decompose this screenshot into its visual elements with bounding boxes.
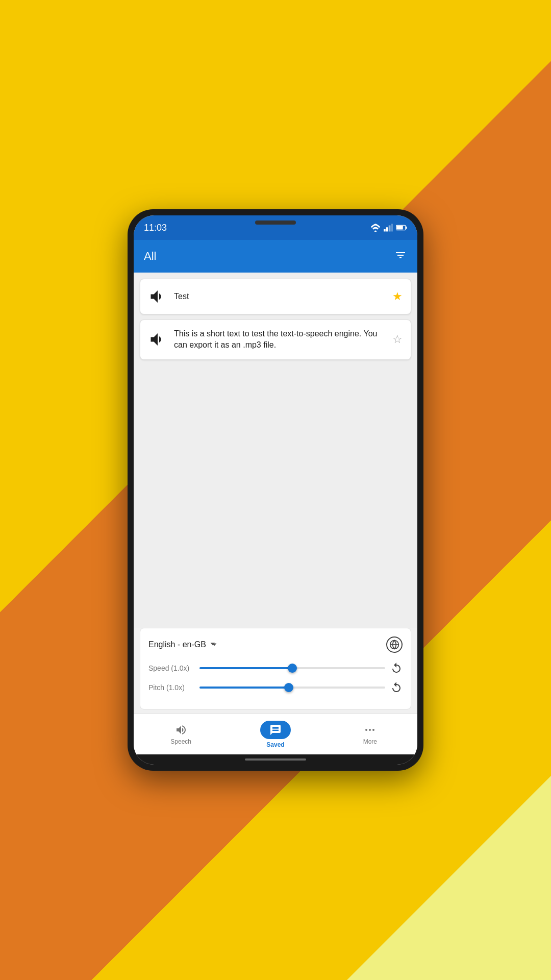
pitch-track [199,687,385,689]
speed-reset-icon[interactable] [390,662,403,674]
nav-item-more[interactable]: More [323,714,417,754]
phone-frame: 11:03 [128,209,423,771]
nav-item-saved[interactable]: Saved [228,714,322,754]
speaker-icon [148,330,167,349]
filter-button[interactable] [394,249,407,263]
pitch-thumb[interactable] [284,683,293,692]
home-bar [245,758,306,761]
speed-slider[interactable] [199,663,385,673]
svg-point-11 [369,729,371,731]
star-empty-icon[interactable]: ☆ [392,333,403,346]
language-text: English - en-GB [148,640,206,649]
pitch-slider-row: Pitch (1.0x) [148,681,403,694]
speaker-icon [148,287,167,306]
speed-slider-row: Speed (1.0x) [148,662,403,674]
bottom-panel: English - en-GB Speed (1.0x) [140,628,411,709]
svg-point-12 [372,729,374,731]
language-select[interactable]: English - en-GB [148,640,386,649]
svg-rect-3 [389,226,391,232]
list-item[interactable]: Test ★ [140,279,411,314]
list-item-left: This is a short text to test the text-to… [148,328,392,351]
phone-screen: 11:03 [134,215,417,765]
signal-icon [384,224,393,232]
nav-item-speech[interactable]: Speech [134,714,228,754]
app-bar-title: All [144,250,156,263]
more-nav-label: More [363,738,377,745]
main-content: Test ★ This is a short text to test the … [134,273,417,628]
phone-speaker [255,220,296,225]
list-item[interactable]: This is a short text to test the text-to… [140,320,411,360]
battery-icon [396,224,407,231]
filter-icon [394,249,407,261]
svg-rect-6 [406,227,407,229]
pitch-slider[interactable] [199,682,385,693]
svg-rect-7 [396,226,403,229]
globe-icon[interactable] [386,636,403,653]
speech-nav-label: Speech [170,738,191,745]
svg-point-0 [374,230,377,232]
status-time: 11:03 [144,223,167,233]
svg-point-10 [365,729,367,731]
svg-rect-4 [391,224,393,232]
saved-nav-icon [269,724,282,736]
star-filled-icon[interactable]: ★ [392,290,403,303]
list-item-text: Test [174,291,189,302]
bottom-nav: Speech Saved More [134,714,417,754]
saved-nav-active-container [260,721,291,739]
svg-rect-1 [384,229,386,232]
saved-nav-label: Saved [266,741,284,748]
speed-label: Speed (1.0x) [148,664,194,672]
speed-track [199,667,385,669]
status-icons [370,224,407,232]
language-row: English - en-GB [148,636,403,653]
pitch-filled [199,687,289,689]
speech-nav-icon [175,724,187,736]
speed-filled [199,667,292,669]
home-indicator [134,754,417,765]
status-bar: 11:03 [134,215,417,240]
speed-thumb[interactable] [288,664,297,673]
pitch-label: Pitch (1.0x) [148,683,194,692]
chevron-down-icon [210,642,218,647]
app-bar: All [134,240,417,273]
list-item-left: Test [148,287,392,306]
svg-rect-2 [386,227,388,231]
pitch-reset-icon[interactable] [390,681,403,694]
wifi-icon [370,224,381,232]
more-nav-icon [364,724,376,736]
list-item-text: This is a short text to test the text-to… [174,328,392,351]
